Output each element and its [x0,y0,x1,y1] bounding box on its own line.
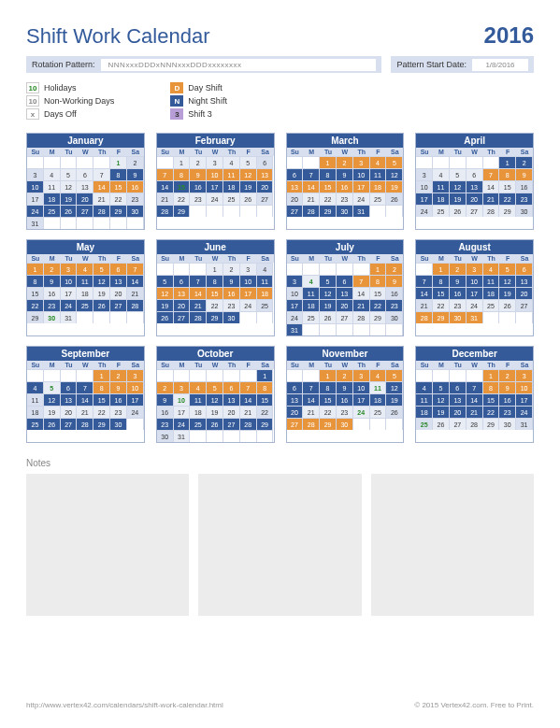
day-cell[interactable]: 1 [320,369,337,381]
day-cell[interactable]: 23 [44,299,61,311]
day-cell[interactable]: 4 [257,263,274,275]
day-cell[interactable]: 26 [499,299,516,311]
day-cell[interactable]: 26 [320,311,337,323]
day-cell[interactable]: 1 [207,263,223,275]
day-cell[interactable]: 5 [433,381,450,393]
day-cell[interactable]: 29 [27,311,44,323]
day-cell[interactable]: 25 [416,418,433,430]
day-cell[interactable]: 10 [287,287,304,299]
day-cell[interactable]: 28 [240,418,257,430]
day-cell[interactable]: 31 [467,311,483,323]
day-cell[interactable]: 2 [337,369,353,381]
day-cell[interactable]: 2 [337,156,353,168]
day-cell[interactable]: 25 [370,193,387,205]
day-cell[interactable]: 24 [467,299,483,311]
day-cell[interactable]: 10 [127,381,144,393]
day-cell[interactable]: 24 [240,299,257,311]
day-cell[interactable]: 18 [257,287,274,299]
day-cell[interactable]: 14 [303,180,320,193]
day-cell[interactable]: 2 [450,263,467,275]
day-cell[interactable]: 9 [157,393,174,406]
day-cell[interactable]: 18 [433,193,450,205]
day-cell[interactable]: 20 [337,299,353,311]
day-cell[interactable]: 22 [370,299,387,311]
day-cell[interactable]: 13 [223,393,240,406]
day-cell[interactable]: 10 [353,168,370,180]
day-cell[interactable]: 9 [127,168,144,180]
day-cell[interactable]: 23 [499,406,516,418]
day-cell[interactable]: 19 [499,287,516,299]
day-cell[interactable]: 19 [320,299,337,311]
day-cell[interactable]: 14 [127,275,144,287]
day-cell[interactable]: 4 [223,156,240,168]
day-cell[interactable]: 5 [320,275,337,287]
day-cell[interactable]: 19 [61,193,78,205]
day-cell[interactable]: 3 [467,263,483,275]
day-cell[interactable]: 13 [516,275,533,287]
day-cell[interactable]: 5 [450,168,467,180]
day-cell[interactable]: 16 [110,393,127,406]
day-cell[interactable]: 22 [257,406,274,418]
day-cell[interactable]: 23 [110,406,127,418]
day-cell[interactable]: 7 [353,275,370,287]
day-cell[interactable]: 29 [257,418,274,430]
day-cell[interactable]: 16 [386,287,403,299]
day-cell[interactable]: 9 [386,275,403,287]
day-cell[interactable]: 23 [127,193,144,205]
day-cell[interactable]: 28 [353,311,370,323]
day-cell[interactable]: 5 [157,275,174,287]
day-cell[interactable]: 8 [433,275,450,287]
day-cell[interactable]: 18 [303,299,320,311]
day-cell[interactable]: 31 [27,217,44,229]
day-cell[interactable]: 29 [320,205,337,217]
day-cell[interactable]: 29 [174,205,191,217]
day-cell[interactable]: 18 [27,406,44,418]
day-cell[interactable]: 26 [93,299,110,311]
day-cell[interactable]: 20 [450,406,467,418]
note-box[interactable] [26,474,189,616]
day-cell[interactable]: 18 [483,287,500,299]
day-cell[interactable]: 29 [499,205,516,217]
day-cell[interactable]: 11 [416,393,433,406]
day-cell[interactable]: 3 [240,263,257,275]
day-cell[interactable]: 15 [27,287,44,299]
day-cell[interactable]: 21 [240,406,257,418]
day-cell[interactable]: 27 [337,311,353,323]
day-cell[interactable]: 24 [207,193,223,205]
day-cell[interactable]: 6 [110,263,127,275]
day-cell[interactable]: 9 [190,168,207,180]
note-box[interactable] [371,474,534,616]
day-cell[interactable]: 8 [257,381,274,393]
day-cell[interactable]: 16 [516,180,533,193]
day-cell[interactable]: 19 [207,406,223,418]
day-cell[interactable]: 26 [433,418,450,430]
day-cell[interactable]: 14 [93,180,110,193]
day-cell[interactable]: 24 [353,406,370,418]
day-cell[interactable]: 15 [93,393,110,406]
day-cell[interactable]: 15 [370,287,387,299]
day-cell[interactable]: 24 [61,299,78,311]
day-cell[interactable]: 19 [93,287,110,299]
day-cell[interactable]: 17 [287,299,304,311]
day-cell[interactable]: 23 [516,193,533,205]
day-cell[interactable]: 3 [516,369,533,381]
day-cell[interactable]: 14 [353,287,370,299]
day-cell[interactable]: 23 [337,406,353,418]
day-cell[interactable]: 4 [483,263,500,275]
day-cell[interactable]: 9 [450,275,467,287]
day-cell[interactable]: 18 [416,406,433,418]
day-cell[interactable]: 5 [386,156,403,168]
day-cell[interactable]: 21 [483,193,500,205]
day-cell[interactable]: 30 [499,418,516,430]
day-cell[interactable]: 9 [110,381,127,393]
day-cell[interactable]: 26 [44,418,61,430]
day-cell[interactable]: 29 [433,311,450,323]
day-cell[interactable]: 30 [157,430,174,442]
day-cell[interactable]: 28 [190,311,207,323]
day-cell[interactable]: 27 [61,418,78,430]
day-cell[interactable]: 24 [416,205,433,217]
day-cell[interactable]: 27 [450,418,467,430]
day-cell[interactable]: 4 [44,168,61,180]
day-cell[interactable]: 1 [370,263,387,275]
day-cell[interactable]: 8 [370,275,387,287]
